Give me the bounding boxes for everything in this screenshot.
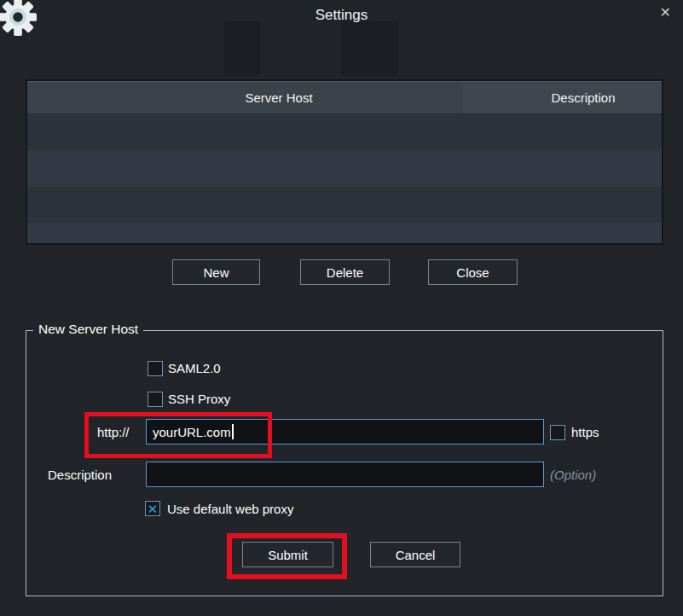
url-input[interactable]: yourURL.com	[146, 419, 544, 445]
text-caret	[232, 424, 234, 439]
http-prefix-label: http://	[97, 425, 130, 439]
web-proxy-label: Use default web proxy	[167, 502, 293, 516]
option-hint: (Option)	[550, 468, 596, 482]
cancel-button[interactable]: Cancel	[370, 542, 460, 567]
server-table-body[interactable]	[27, 114, 662, 243]
ssh-proxy-checkbox[interactable]	[148, 392, 163, 407]
saml-label: SAML2.0	[168, 361, 221, 375]
url-input-value: yourURL.com	[153, 425, 231, 439]
description-label: Description	[48, 468, 112, 482]
background-patch	[341, 21, 398, 75]
ssh-proxy-label: SSH Proxy	[168, 392, 230, 406]
new-server-host-groupbox: New Server Host SAML2.0 SSH Proxy http:/…	[26, 330, 663, 596]
saml-checkbox[interactable]	[148, 361, 163, 376]
column-header-server-host: Server Host	[27, 82, 530, 113]
settings-window: { "window": { "title": "Settings", "clos…	[0, 0, 683, 616]
server-host-table: Server Host Description	[26, 79, 663, 245]
server-table-header: Server Host Description	[27, 81, 662, 114]
background-patch	[224, 21, 260, 75]
web-proxy-checkbox[interactable]: ✕	[145, 501, 160, 516]
check-mark-icon: ✕	[148, 502, 159, 514]
window-title: Settings	[0, 7, 683, 24]
delete-button[interactable]: Delete	[300, 259, 390, 285]
close-icon[interactable]: ✕	[660, 6, 671, 20]
description-input[interactable]	[146, 462, 544, 487]
https-label: https	[571, 425, 599, 439]
submit-button[interactable]: Submit	[242, 542, 333, 567]
https-checkbox[interactable]	[550, 425, 565, 440]
column-header-description: Description	[462, 82, 662, 113]
groupbox-legend: New Server Host	[33, 322, 143, 337]
close-button[interactable]: Close	[428, 259, 518, 285]
new-button[interactable]: New	[172, 259, 260, 285]
